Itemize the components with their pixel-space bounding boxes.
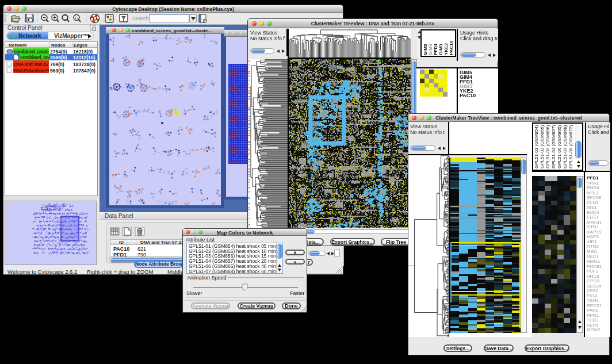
svg-text:1:1: 1:1: [75, 16, 79, 20]
